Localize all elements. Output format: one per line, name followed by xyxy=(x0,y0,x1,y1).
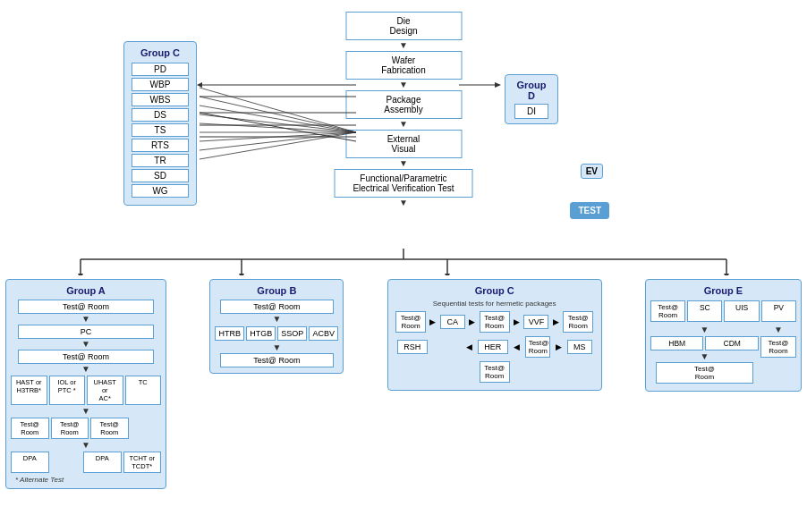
gc-her: HER xyxy=(478,340,508,354)
ga-test-r1: Test@Room xyxy=(11,418,49,439)
svg-line-11 xyxy=(200,114,356,132)
ga-dpa2: DPA xyxy=(83,452,122,473)
ge-test-room-bottom: Test@Room xyxy=(656,362,753,384)
ge-sc: SC xyxy=(687,300,722,322)
svg-line-10 xyxy=(200,106,356,132)
branch-connectors-svg xyxy=(0,249,807,275)
hermetic-note: Sequential tests for hermetic packages xyxy=(393,300,597,308)
gc-item-wbs: WBS xyxy=(132,93,189,106)
gb-ssop: SSOP xyxy=(277,326,307,341)
flow-external-visual: ExternalVisual xyxy=(345,130,462,158)
gc-item-ts: TS xyxy=(132,123,189,137)
ga-footnote: * Alternate Test xyxy=(11,476,161,484)
ge-hbm-cdm: HBM CDM xyxy=(650,335,759,351)
gb-acbv: ACBV xyxy=(309,326,338,341)
ge-row1: Test@Room SC UIS PV xyxy=(650,300,796,323)
group-c-top-title: Group C xyxy=(132,47,189,58)
gc-test-room-5: Test@Room xyxy=(480,361,510,383)
arrow-5: ▼ xyxy=(399,198,408,207)
test-badge: TEST xyxy=(570,202,609,219)
ga-multi-row3: DPA DPA TCHT orTCDT* xyxy=(11,451,161,474)
arrow-1: ▼ xyxy=(399,41,408,50)
group-d: Group D DI xyxy=(505,74,558,124)
flow-functional-test: Functional/ParametricElectrical Verifica… xyxy=(335,169,473,198)
gc-test-room-4: Test@Room xyxy=(525,336,550,358)
group-d-title: Group D xyxy=(514,80,548,101)
gc-rsh: RSH xyxy=(397,340,428,354)
ge-test-room-right: Test@Room xyxy=(760,336,796,358)
gc-test-room-2: Test@Room xyxy=(480,311,510,333)
svg-marker-23 xyxy=(445,274,450,275)
group-b: Group B Test@ Room ▼ HTRB HTGB SSOP ACBV… xyxy=(209,279,344,374)
ga-uhast: UHAST orAC* xyxy=(87,376,123,405)
ge-pv: PV xyxy=(761,300,796,322)
group-c-bottom-title: Group C xyxy=(393,285,597,296)
gc-vvf: VVF xyxy=(523,315,548,329)
ga-multi-row2: Test@Room Test@ Room Test@Room xyxy=(11,417,161,440)
ge-cdm: CDM xyxy=(705,336,759,350)
svg-line-14 xyxy=(200,132,356,141)
gc-ms: MS xyxy=(567,340,592,354)
ga-test-room-1: Test@ Room xyxy=(18,300,153,314)
arrow-2: ▼ xyxy=(399,80,408,89)
svg-marker-19 xyxy=(78,274,83,275)
ge-test-room-1: Test@Room xyxy=(650,300,685,322)
ge-uis: UIS xyxy=(724,300,759,322)
group-a: Group A Test@ Room ▼ PC ▼ Test@ Room ▼ H… xyxy=(5,279,166,489)
group-b-title: Group B xyxy=(215,285,338,296)
ga-pc: PC xyxy=(18,325,153,339)
gc-flow-row2: RSH ▶ ◀ HER ◀ Test@Room ▶ MS xyxy=(393,335,597,359)
ga-iol: IOL orPTC * xyxy=(49,376,86,405)
gc-item-pd: PD xyxy=(132,63,189,76)
group-e: Group E Test@Room SC UIS PV ▼ HBM CDM ▼ xyxy=(645,279,802,392)
ga-test-room-2: Test@ Room xyxy=(18,350,153,364)
group-c-top: Group C PD WBP WBS DS TS RTS TR SD WG xyxy=(123,41,197,206)
gc-flow-row3: Test@Room xyxy=(393,360,597,384)
ga-test-r3: Test@Room xyxy=(90,418,129,439)
gc-test-room-3: Test@Room xyxy=(563,311,593,333)
gc-ca: CA xyxy=(440,315,465,329)
bottom-section: Group A Test@ Room ▼ PC ▼ Test@ Room ▼ H… xyxy=(4,279,803,489)
gc-item-rts: RTS xyxy=(132,139,189,152)
arrow-4: ▼ xyxy=(399,159,408,168)
ga-hast: HAST orH3TRB* xyxy=(11,376,47,405)
svg-line-5 xyxy=(200,113,356,141)
flow-package-assembly: PackageAssembly xyxy=(345,90,462,119)
arrow-3: ▼ xyxy=(399,120,408,129)
gb-test-room-2: Test@ Room xyxy=(220,353,334,367)
ga-multi-row1: HAST orH3TRB* IOL orPTC * UHAST orAC* TC xyxy=(11,375,161,406)
ge-row2: ▼ HBM CDM ▼ Test@Room ▼ Test@Room xyxy=(650,325,796,384)
svg-marker-21 xyxy=(239,274,244,275)
group-e-title: Group E xyxy=(650,285,796,296)
gc-item-wbp: WBP xyxy=(132,78,189,91)
flow-die-design: DieDesign xyxy=(345,12,462,40)
ev-badge: EV xyxy=(581,164,603,179)
ga-tc: TC xyxy=(125,376,162,405)
gb-row1: HTRB HTGB SSOP ACBV xyxy=(215,325,338,342)
gc-item-wg: WG xyxy=(132,184,189,198)
ga-tcht: TCHT orTCDT* xyxy=(123,452,162,473)
gc-test-room-1: Test@Room xyxy=(395,311,426,333)
gb-htrb: HTRB xyxy=(215,326,244,341)
ga-test-r2: Test@ Room xyxy=(51,418,89,439)
ga-dpa1: DPA xyxy=(11,452,49,473)
gc-item-tr: TR xyxy=(132,154,189,167)
svg-line-8 xyxy=(200,88,356,132)
flow-wafer-fab: WaferFabrication xyxy=(345,51,462,80)
gb-test-room-1: Test@ Room xyxy=(220,300,334,314)
svg-marker-7 xyxy=(495,82,501,88)
gb-htgb: HTGB xyxy=(246,326,276,341)
top-section: Group C PD WBP WBS DS TS RTS TR SD WG Di… xyxy=(7,7,800,262)
svg-marker-25 xyxy=(724,274,729,275)
group-a-title: Group A xyxy=(11,285,161,296)
ge-hbm: HBM xyxy=(650,336,704,350)
gc-item-ds: DS xyxy=(132,108,189,122)
group-c-bottom: Group C Sequential tests for hermetic pa… xyxy=(387,279,602,391)
svg-line-15 xyxy=(200,132,356,150)
svg-line-16 xyxy=(200,132,356,159)
svg-line-12 xyxy=(200,123,356,132)
group-d-di: DI xyxy=(514,104,548,119)
gc-item-sd: SD xyxy=(132,169,189,182)
svg-line-9 xyxy=(200,97,356,132)
gc-flow-row1: Test@Room ▶ CA ▶ Test@Room ▶ VVF ▶ Test@… xyxy=(393,310,597,334)
